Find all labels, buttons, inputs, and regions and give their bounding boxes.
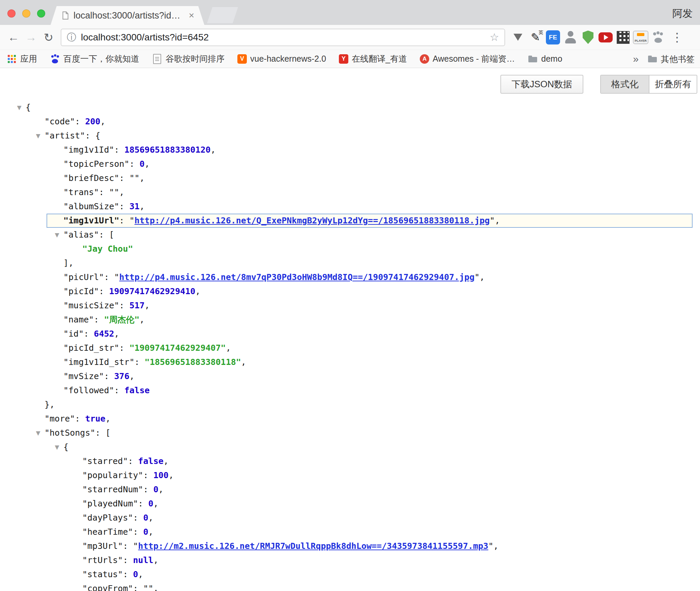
- bookmark-label: vue-hackernews-2.0: [250, 54, 326, 64]
- json-token: ,: [153, 555, 158, 565]
- awesomes-icon: A: [420, 54, 429, 64]
- json-token: :: [119, 201, 129, 211]
- forward-button[interactable]: →: [22, 31, 40, 44]
- json-token: 0: [153, 485, 158, 494]
- json-token: "playedNum": [82, 499, 138, 508]
- json-url-link[interactable]: http://m2.music.126.net/RMJR7wDullRqppBk…: [138, 541, 489, 551]
- address-bar[interactable]: ⓘ localhost:3000/artists?id=6452 ☆: [61, 29, 505, 46]
- json-token: 0: [143, 513, 148, 523]
- page-info-icon[interactable]: ⓘ: [67, 31, 76, 44]
- tab-close-icon[interactable]: ×: [189, 11, 194, 20]
- json-line: "more": true,: [0, 412, 700, 426]
- bookmark-label: 谷歌按时间排序: [166, 53, 225, 64]
- extension-glyph: PLAYER: [633, 39, 649, 42]
- json-token: ,: [106, 414, 111, 424]
- json-token: ,: [195, 286, 200, 296]
- bookmark-label: demo: [541, 54, 562, 64]
- browser-window: localhost:3000/artists?id=645 × 阿发 ← → ↻…: [0, 0, 700, 591]
- collapse-toggle-icon[interactable]: ▼: [52, 228, 62, 242]
- format-button[interactable]: 格式化: [601, 75, 649, 93]
- collapse-toggle-icon[interactable]: ▼: [33, 426, 43, 440]
- bookmark-item[interactable]: 百度一下，你就知道: [50, 53, 139, 64]
- json-token: ,: [495, 216, 500, 225]
- json-token: "starredNum": [82, 485, 143, 494]
- json-token: ,: [211, 145, 216, 155]
- bookmark-item[interactable]: Vvue-hackernews-2.0: [237, 54, 326, 64]
- bookmark-item[interactable]: demo: [528, 54, 562, 64]
- json-token: :: [119, 301, 129, 310]
- json-token: "picUrl": [63, 272, 104, 282]
- json-token: "code": [45, 117, 75, 126]
- json-token: [: [109, 230, 114, 240]
- json-token: 376: [114, 371, 129, 381]
- json-token: :: [143, 470, 153, 480]
- json-url-link[interactable]: http://p4.music.126.net/Q_ExePNkmgB2yWyL…: [135, 216, 490, 225]
- json-token: :: [123, 569, 133, 579]
- close-window-button[interactable]: [7, 9, 16, 18]
- bookmark-star-icon[interactable]: ☆: [490, 31, 499, 43]
- json-token: 0: [148, 499, 153, 508]
- youtube-extension-icon[interactable]: [597, 29, 614, 45]
- json-token: 100: [153, 470, 169, 480]
- json-token: 0: [140, 159, 145, 169]
- person-extension-icon[interactable]: [562, 29, 579, 45]
- profile-name[interactable]: 阿发: [672, 7, 693, 21]
- json-token: "name": [63, 315, 94, 324]
- collapse-toggle-icon[interactable]: ▼: [52, 440, 62, 454]
- json-token: :: [129, 159, 140, 169]
- json-token: :: [104, 272, 114, 282]
- json-token: "briefDesc": [63, 173, 119, 183]
- back-button[interactable]: ←: [5, 31, 22, 44]
- json-token: ,: [479, 272, 485, 282]
- json-line: ▼{: [0, 100, 700, 115]
- json-token: "dayPlays": [82, 513, 133, 523]
- browser-menu-icon[interactable]: ⋮: [669, 30, 685, 44]
- json-token: "": [109, 187, 119, 197]
- json-token: :: [75, 117, 85, 126]
- download-json-button[interactable]: 下载JSON数据: [500, 75, 583, 94]
- fe-extension-icon[interactable]: FE: [546, 30, 560, 44]
- bookmark-item[interactable]: 谷歌按时间排序: [152, 53, 225, 64]
- shield-extension-icon[interactable]: [580, 29, 596, 45]
- json-token: {: [26, 102, 31, 112]
- json-token: "img1v1Id_str": [63, 357, 135, 367]
- json-line: "code": 200,: [0, 115, 700, 129]
- bookmark-item[interactable]: Y在线翻译_有道: [339, 53, 407, 64]
- view-toggle-group: 格式化 折叠所有: [600, 75, 697, 94]
- json-token: ,: [493, 541, 498, 551]
- collapse-toggle-icon[interactable]: ▼: [14, 100, 24, 115]
- bookmark-item[interactable]: AAwesomes - 前端资…: [420, 53, 515, 64]
- json-token: false: [124, 385, 150, 395]
- gesture-arrow-extension-icon[interactable]: [510, 29, 526, 45]
- qr-code-extension-icon[interactable]: [615, 29, 631, 45]
- bookmark-item[interactable]: 应用: [7, 53, 37, 64]
- player-extension-icon[interactable]: PLAYER: [633, 29, 649, 45]
- json-token: "Jay Chou": [82, 244, 133, 254]
- other-bookmarks[interactable]: 其他书签: [647, 54, 695, 65]
- paw-extension-icon[interactable]: [650, 29, 666, 45]
- json-token: false: [138, 456, 164, 466]
- fullscreen-window-button[interactable]: [37, 9, 45, 18]
- document-icon: [152, 54, 162, 64]
- json-token: null: [133, 555, 153, 565]
- bookmarks-overflow-icon[interactable]: »: [633, 53, 639, 65]
- collapse-all-button[interactable]: 折叠所有: [649, 75, 697, 93]
- new-tab-button[interactable]: [207, 7, 238, 23]
- json-token: "starred": [82, 456, 128, 466]
- reload-button[interactable]: ↻: [40, 31, 57, 44]
- json-line: "hearTime": 0,: [0, 525, 700, 539]
- collapse-toggle-icon[interactable]: ▼: [33, 129, 43, 143]
- browser-toolbar: ← → ↻ ⓘ localhost:3000/artists?id=6452 ☆…: [0, 25, 700, 50]
- json-token: "picId": [63, 286, 99, 296]
- bookmarks-right: » 其他书签: [633, 50, 695, 68]
- json-url-link[interactable]: http://p4.music.126.net/8mv7qP30Pd3oHW8b…: [119, 272, 475, 282]
- json-token: :: [75, 414, 85, 424]
- json-token: ,: [169, 470, 174, 480]
- translate-pen-extension-icon[interactable]: 英: [527, 29, 544, 45]
- browser-tab[interactable]: localhost:3000/artists?id=645 ×: [51, 6, 204, 25]
- minimize-window-button[interactable]: [22, 9, 30, 18]
- json-token: 0: [143, 527, 148, 537]
- json-line: "albumSize": 31,: [0, 199, 700, 214]
- json-token: "mp3Url": [82, 541, 123, 551]
- json-token: ": [114, 272, 119, 282]
